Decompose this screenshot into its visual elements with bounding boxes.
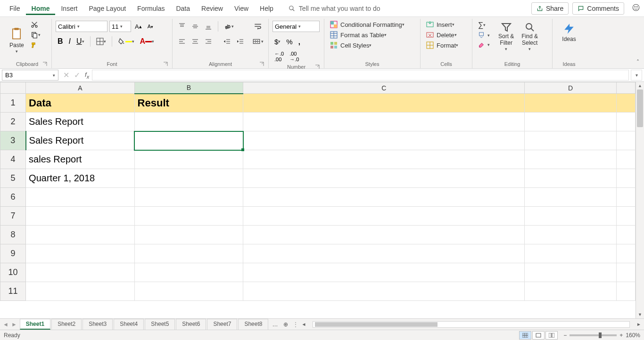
cell-A6[interactable] — [26, 188, 135, 207]
cell-D2[interactable] — [525, 113, 616, 131]
cancel-formula-icon[interactable]: ✕ — [63, 71, 69, 80]
italic-button[interactable]: I — [67, 36, 73, 47]
font-size-combo[interactable]: 11▾ — [109, 21, 131, 32]
align-bottom-button[interactable] — [203, 22, 214, 31]
cell-D9[interactable] — [525, 244, 616, 263]
cell-extra-11[interactable] — [616, 282, 635, 301]
more-sheets-icon[interactable]: … — [269, 321, 281, 328]
ideas-button[interactable]: Ideas — [556, 20, 582, 44]
conditional-formatting-button[interactable]: Conditional Formatting ▾ — [328, 20, 416, 29]
align-middle-button[interactable] — [190, 22, 201, 31]
vertical-scrollbar[interactable]: ▲ ▼ — [636, 82, 644, 318]
autosum-button[interactable]: ∑▾ — [476, 20, 492, 30]
menu-file[interactable]: File — [4, 2, 26, 15]
fill-button[interactable]: ▾ — [476, 31, 492, 40]
dialog-launcher-icon[interactable] — [163, 61, 168, 67]
row-header-9[interactable]: 9 — [0, 244, 26, 263]
cell-extra-4[interactable] — [616, 150, 635, 169]
merge-center-button[interactable]: ▾ — [250, 36, 265, 47]
cell-C9[interactable] — [243, 244, 525, 263]
menu-view[interactable]: View — [229, 2, 254, 15]
tell-me-search[interactable]: Tell me what you want to do — [289, 5, 380, 12]
cell-B10[interactable] — [134, 263, 243, 282]
cell-A5[interactable]: Quarter 1, 2018 — [26, 169, 135, 188]
cell-extra-2[interactable] — [616, 113, 635, 131]
decrease-decimal-button[interactable]: .00→.0 — [288, 50, 301, 63]
sheet-tab-sheet4[interactable]: Sheet4 — [114, 319, 144, 330]
sheet-tab-sheet6[interactable]: Sheet6 — [176, 319, 206, 330]
comma-format-button[interactable]: , — [297, 37, 302, 47]
menu-home[interactable]: Home — [26, 2, 56, 15]
add-sheet-button[interactable]: ⊕ — [281, 321, 291, 328]
underline-button[interactable]: U▾ — [74, 36, 86, 47]
cell-styles-button[interactable]: Cell Styles ▾ — [328, 40, 416, 50]
cell-C4[interactable] — [243, 150, 525, 169]
sheet-tab-sheet2[interactable]: Sheet2 — [51, 319, 82, 330]
row-header-7[interactable]: 7 — [0, 207, 26, 226]
collapse-ribbon-icon[interactable]: ˄ — [636, 59, 639, 65]
scroll-thumb[interactable] — [315, 322, 438, 327]
cell-C11[interactable] — [243, 282, 525, 301]
cell-B1[interactable]: Result — [134, 94, 243, 113]
menu-formulas[interactable]: Formulas — [132, 2, 170, 15]
delete-cells-button[interactable]: Delete ▾ — [424, 30, 468, 40]
expand-formula-bar-icon[interactable]: ▾ — [631, 70, 642, 81]
increase-font-button[interactable]: A▴ — [133, 22, 144, 31]
cell-B4[interactable] — [134, 150, 243, 169]
cell-A9[interactable] — [26, 244, 135, 263]
cell-extra-8[interactable] — [616, 226, 635, 244]
cell-C3[interactable] — [243, 131, 525, 150]
row-header-1[interactable]: 1 — [0, 94, 26, 113]
insert-cells-button[interactable]: Insert ▾ — [424, 20, 468, 29]
dialog-launcher-icon[interactable] — [314, 64, 320, 70]
cut-button[interactable] — [29, 20, 42, 29]
scroll-down-icon[interactable]: ▼ — [636, 311, 644, 318]
cell-A7[interactable] — [26, 207, 135, 226]
sheet-tab-sheet7[interactable]: Sheet7 — [207, 319, 237, 330]
tab-nav-next-icon[interactable]: ► — [11, 321, 17, 328]
column-header-A[interactable]: A — [26, 82, 135, 94]
cell-C5[interactable] — [243, 169, 525, 188]
cell-extra-1[interactable] — [616, 94, 635, 113]
number-format-combo[interactable]: General▾ — [272, 21, 320, 32]
comments-button[interactable]: Comments — [572, 2, 624, 15]
cell-D4[interactable] — [525, 150, 616, 169]
row-header-6[interactable]: 6 — [0, 188, 26, 207]
cell-D1[interactable] — [525, 94, 616, 113]
column-header-extra[interactable] — [616, 82, 635, 94]
format-as-table-button[interactable]: Format as Table ▾ — [328, 30, 416, 40]
font-color-button[interactable]: A▾ — [138, 36, 157, 47]
wrap-text-button[interactable] — [251, 21, 264, 32]
spreadsheet-grid[interactable]: ABCD1DataResult2Sales Report3Sales Repor… — [0, 82, 636, 301]
menu-insert[interactable]: Insert — [55, 2, 83, 15]
paste-button[interactable]: Paste ▾ — [7, 20, 27, 60]
menu-help[interactable]: Help — [254, 2, 279, 15]
cell-C8[interactable] — [243, 226, 525, 244]
bold-button[interactable]: B — [56, 36, 65, 47]
column-header-D[interactable]: D — [525, 82, 616, 94]
align-top-button[interactable] — [176, 22, 188, 31]
sort-filter-button[interactable]: Sort & Filter▾ — [495, 20, 517, 54]
font-name-combo[interactable]: Calibri▾ — [56, 21, 107, 32]
zoom-slider[interactable] — [570, 334, 617, 336]
hscroll-left-icon[interactable]: ◄ — [298, 322, 309, 327]
borders-button[interactable]: ▾ — [94, 37, 108, 46]
cell-D6[interactable] — [525, 188, 616, 207]
enter-formula-icon[interactable]: ✓ — [74, 71, 80, 80]
sheet-tab-sheet5[interactable]: Sheet5 — [145, 319, 175, 330]
cell-A3[interactable]: Sales Report — [26, 131, 135, 150]
cell-extra-5[interactable] — [616, 169, 635, 188]
normal-view-button[interactable] — [519, 331, 531, 340]
cell-B7[interactable] — [134, 207, 243, 226]
cell-A1[interactable]: Data — [26, 94, 135, 113]
select-all-corner[interactable] — [0, 82, 26, 94]
zoom-in-button[interactable]: + — [619, 332, 623, 339]
decrease-indent-button[interactable] — [222, 37, 233, 46]
sheet-tab-sheet1[interactable]: Sheet1 — [20, 319, 50, 330]
row-header-10[interactable]: 10 — [0, 263, 26, 282]
row-header-2[interactable]: 2 — [0, 113, 26, 131]
cell-A11[interactable] — [26, 282, 135, 301]
column-header-B[interactable]: B — [134, 82, 243, 94]
sheet-tab-sheet8[interactable]: Sheet8 — [238, 319, 268, 330]
cell-extra-3[interactable] — [616, 131, 635, 150]
